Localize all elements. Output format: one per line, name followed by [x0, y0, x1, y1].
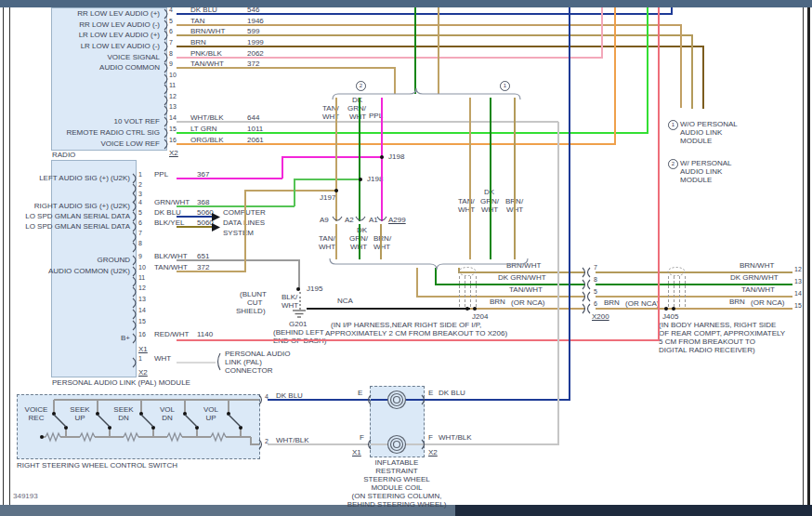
page-border-right [807, 7, 810, 505]
wire-color: NCA [337, 297, 353, 305]
harness-note: APPROXIMATELY 2 CM FROM BREAKOUT TO X206… [325, 329, 507, 337]
junction-j198: J198 [388, 152, 404, 161]
switch-block-label: RIGHT STEERING WHEEL CONTROL SWITCH [17, 461, 177, 470]
junction-dot-j405 [672, 307, 675, 311]
wire [459, 271, 585, 273]
wire-color: BRN [490, 298, 505, 306]
shield-wire [476, 276, 477, 307]
wire [438, 7, 439, 94]
pal-signal: LO SPD GMLAN SERIAL DATA [19, 222, 130, 231]
note-2-marker: 2 [356, 81, 366, 91]
radio-pin: 5 [169, 17, 173, 25]
wire [702, 46, 704, 109]
wire [416, 268, 418, 298]
wire [671, 7, 673, 15]
wire-color: DK BLU [439, 389, 465, 397]
wire [380, 224, 382, 259]
pal-signal: LEFT AUDIO SIG (+) (U2K) [19, 174, 130, 182]
wire [381, 98, 383, 221]
harness-note: OF REAR COMPT, APPROXIMATELY [659, 329, 785, 337]
wire [371, 443, 388, 445]
shield-wire [470, 276, 471, 307]
edge-pin: 14 [794, 289, 802, 298]
pal-connector-callout: LINK (PAL) [225, 358, 262, 366]
switch-label: VOL [195, 405, 227, 414]
radio-signal: RR LOW LEV AUDIO (-) [28, 20, 160, 29]
pal-pin: 5 [138, 208, 142, 217]
radio-signal: AUDIO COMMON [28, 63, 160, 72]
wire [282, 156, 384, 158]
shield-wire [679, 276, 680, 307]
wire [469, 98, 471, 259]
wire [691, 34, 693, 109]
wire [177, 259, 300, 261]
x200-pin: 6 [594, 299, 597, 308]
wire-color: WHT/BLK [439, 433, 472, 442]
wire-color: BRN [729, 298, 745, 306]
pal-signal: B+ [19, 334, 130, 342]
wire [282, 156, 283, 179]
wire-color: DK GRN/WHT [498, 273, 546, 282]
coil-connector-x2: X2 [428, 448, 438, 456]
wire [177, 24, 681, 26]
wire [458, 268, 460, 273]
pal-pin: 2 [138, 180, 142, 189]
switch-contact [96, 412, 99, 416]
wire [394, 67, 396, 94]
pal-connector-x1: X1 [138, 345, 148, 353]
taskbar-right[interactable] [455, 505, 812, 516]
radio-pin: 7 [169, 38, 173, 46]
radio-pin: 15 [169, 125, 177, 133]
wire [177, 178, 282, 179]
ground-wire-color: WHT [282, 301, 298, 310]
wire [557, 122, 559, 445]
edge-pin: 15 [794, 301, 802, 310]
wire [425, 399, 570, 401]
wire [601, 7, 603, 59]
harness-note: (IN BODY HARNESS, RIGHT SIDE [659, 321, 776, 329]
wire-color: BRN/WHT [740, 261, 774, 270]
wire-circuit: 1140 [197, 330, 213, 338]
junction-dot-j198 [359, 178, 362, 181]
wire-color: TAN/WHT [741, 285, 775, 294]
x200-pin: 8 [594, 275, 597, 284]
switch-label: VOICE [20, 405, 52, 414]
wire-color: DK [352, 96, 362, 104]
wire [680, 24, 682, 108]
junction-dot-j195 [296, 287, 300, 291]
coil-pin: E [428, 389, 433, 397]
wire [335, 98, 337, 221]
wire-color: WHT [373, 243, 390, 251]
wire [294, 179, 295, 206]
wire [177, 205, 295, 207]
pal-pin: 9 [138, 252, 142, 260]
pal-conn-pin: 1 [138, 354, 142, 363]
wire [647, 7, 648, 134]
wire-color: BRN/WHT [506, 261, 541, 270]
wire [244, 190, 246, 271]
shield-wire [459, 276, 460, 307]
pal-pin: 3 [138, 190, 142, 198]
switch-contact [64, 426, 68, 430]
junction-dot-j197 [334, 189, 338, 192]
shield-wire [685, 276, 686, 307]
wire [405, 443, 425, 445]
wire-alt: (OR NCA) [751, 298, 784, 307]
pal-pin: 4 [138, 198, 142, 206]
pal-pin: 1 [138, 170, 142, 179]
radio-pin: 8 [169, 49, 173, 58]
junction-dot-j204 [465, 307, 469, 311]
wire [596, 308, 792, 310]
wire [569, 7, 570, 401]
junction-j204: J204 [472, 312, 488, 321]
edge-pin: 13 [794, 277, 802, 285]
title-bar [0, 0, 812, 7]
radio-connector-x2: X2 [169, 149, 178, 157]
wire [405, 399, 425, 401]
page-border-left-inner [9, 7, 10, 505]
wire [298, 259, 300, 290]
wire [359, 98, 360, 221]
switch-label: VOL [151, 405, 183, 414]
wire-color: PPL [154, 170, 168, 179]
radio-pin: 10 [169, 71, 177, 79]
